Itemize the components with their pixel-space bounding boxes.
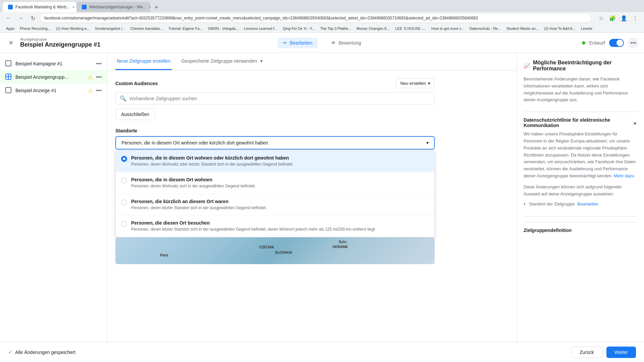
menu-icon[interactable]: ⋮ bbox=[631, 13, 640, 23]
dropdown-option-3[interactable]: Personen, die kürzlich an diesem Ort war… bbox=[116, 194, 434, 216]
adgroup-icon-shape bbox=[5, 74, 11, 80]
status-dot bbox=[582, 41, 585, 45]
dropdown-option-4[interactable]: Personen, die diesen Ort besuchen Person… bbox=[116, 216, 434, 237]
radio-option-3 bbox=[121, 199, 127, 205]
tab-gespeicherte-zielgruppe[interactable]: Gespeicherte Zielgruppe verwenden ▾ bbox=[180, 53, 264, 70]
browser-tab-inactive[interactable]: Werbeanzeigenmanager - We... × bbox=[76, 2, 150, 12]
new-tab-button[interactable]: + bbox=[152, 3, 161, 12]
bookmark-1[interactable]: Phone Recycling... bbox=[18, 26, 53, 31]
campaign-more-icon[interactable]: ••• bbox=[96, 61, 102, 67]
ausschliessen-button[interactable]: Ausschließen bbox=[115, 109, 155, 120]
close-button[interactable]: ✕ bbox=[5, 38, 16, 48]
campaign-icon bbox=[5, 60, 12, 67]
search-input[interactable] bbox=[129, 96, 430, 101]
header-title: Beispiel Anzeigengruppe #1 bbox=[20, 41, 100, 48]
back-button[interactable]: Zurück bbox=[571, 347, 602, 358]
neu-erstellen-button[interactable]: Neu erstellen ▾ bbox=[396, 78, 435, 88]
header-subtitle: Anzeigengruppe bbox=[20, 37, 100, 41]
bookmark-9[interactable]: The Top 3 Platfor... bbox=[318, 26, 353, 31]
bearbeiten-link[interactable]: Bearbeiten bbox=[577, 201, 598, 206]
tab-title: Facebook Marketing & Werb... bbox=[15, 5, 70, 9]
datenschutz-title: Datenschutzrichtlinie für elektronische … bbox=[524, 117, 637, 128]
bewertung-button[interactable]: 👁 Bewertung bbox=[326, 38, 366, 48]
dropdown-arrow-icon: ▾ bbox=[260, 58, 263, 64]
bookmarks-bar: Apps Phone Recycling... (1) How Working … bbox=[0, 24, 644, 33]
bearbeiten-button[interactable]: ✏ Bearbeiten bbox=[278, 38, 318, 48]
bookmark-14[interactable]: Student Wants an... bbox=[504, 26, 541, 31]
bookmark-15[interactable]: (2) How To Add A... bbox=[542, 26, 578, 31]
sidebar-item-campaign[interactable]: Beispiel Kampagne #1 ••• bbox=[0, 57, 107, 70]
tab-close[interactable]: × bbox=[72, 5, 74, 9]
map-label-czechia: CZECHIA bbox=[259, 245, 274, 249]
address-bar[interactable] bbox=[40, 14, 591, 22]
sidebar-item-ad[interactable]: Beispiel Anzeige #1 ⚠ ••• bbox=[0, 84, 107, 97]
dropdown-selected-text: Personen, die in diesem Ort wohnen oder … bbox=[121, 140, 268, 145]
sidebar-item-adgroup[interactable]: Beispiel Anzeigengrupp... ⚠ ••• bbox=[0, 70, 107, 84]
performance-icon: 📈 bbox=[524, 63, 530, 69]
dropdown-option-1[interactable]: Personen, die in diesem Ort wohnen oder … bbox=[116, 150, 434, 172]
radio-option-2 bbox=[121, 178, 127, 184]
option-1-text: Personen, die in diesem Ort wohnen oder … bbox=[131, 155, 293, 167]
bookmark-12[interactable]: How to get more v... bbox=[429, 26, 466, 31]
toggle-knob bbox=[616, 40, 623, 46]
profile-icon[interactable]: 👤 bbox=[619, 13, 629, 23]
bookmark-5[interactable]: Tutorial: Eigene Fa... bbox=[166, 26, 205, 31]
tab-close-2[interactable]: × bbox=[149, 5, 150, 9]
mehr-dazu-link[interactable]: Mehr dazu bbox=[614, 173, 634, 178]
forward-button[interactable]: → bbox=[16, 13, 25, 23]
ad-more-icon[interactable]: ••• bbox=[96, 87, 102, 94]
sidebar-adgroup-label: Beispiel Anzeigengrupp... bbox=[15, 74, 85, 80]
main-content: Beispiel Kampagne #1 ••• Beispiel Anzeig… bbox=[0, 53, 644, 342]
tab-favicon-2 bbox=[82, 5, 87, 9]
toggle-switch[interactable] bbox=[609, 39, 624, 47]
option-3-desc: Personen, deren letzter Standort sich in… bbox=[131, 205, 267, 211]
form-content: Custom Audiences Neu erstellen ▾ 🔍 Aussc… bbox=[107, 70, 443, 272]
adgroup-warning-icon: ⚠ bbox=[88, 74, 93, 80]
adgroup-more-icon[interactable]: ••• bbox=[96, 74, 102, 80]
dropdown-options-list: Personen, die in diesem Ort wohnen oder … bbox=[115, 150, 435, 237]
header-center: ✏ Bearbeiten 👁 Bewertung bbox=[278, 38, 367, 48]
radio-option-4 bbox=[121, 221, 127, 227]
bookmark-apps[interactable]: Apps bbox=[4, 26, 16, 31]
panel-divider bbox=[524, 112, 637, 112]
datenschutz-text2: Diese Änderungen können sich aufgrund fo… bbox=[524, 184, 637, 198]
bookmark-16[interactable]: Leselis bbox=[579, 26, 594, 31]
header-titles: Anzeigengruppe Beispiel Anzeigengruppe #… bbox=[20, 37, 100, 48]
app-container: ✕ Anzeigengruppe Beispiel Anzeigengruppe… bbox=[0, 33, 644, 362]
standorte-label: Standorte bbox=[115, 128, 435, 133]
bookmark-8[interactable]: Qing Fei De Yi - Y... bbox=[281, 26, 317, 31]
zielgruppe-title: Zielgruppendefinition bbox=[524, 228, 637, 233]
bookmark-11[interactable]: LEE 'S HOUSE -... bbox=[393, 26, 428, 31]
dropdown-option-2[interactable]: Personen, die in diesem Ort wohnen Perso… bbox=[116, 172, 434, 194]
browser-tab-active[interactable]: Facebook Marketing & Werb... × bbox=[3, 2, 76, 12]
ad-icon-shape bbox=[5, 87, 11, 93]
back-button[interactable]: ← bbox=[4, 13, 13, 23]
datenschutz-section: Datenschutzrichtlinie für elektronische … bbox=[524, 117, 637, 208]
bookmark-icon[interactable]: ☆ bbox=[596, 13, 606, 23]
bookmark-7[interactable]: Lessons Learned f... bbox=[242, 26, 279, 31]
extensions-icon[interactable]: 🧩 bbox=[608, 13, 617, 23]
standorte-dropdown[interactable]: Personen, die in diesem Ort wohnen oder … bbox=[115, 136, 435, 149]
refresh-button[interactable]: ↻ bbox=[28, 13, 38, 23]
more-options-button[interactable]: ••• bbox=[628, 38, 639, 48]
option-2-title: Personen, die in diesem Ort wohnen bbox=[131, 177, 256, 182]
sidebar-campaign-label: Beispiel Kampagne #1 bbox=[15, 61, 93, 66]
option-4-text: Personen, die diesen Ort besuchen Person… bbox=[131, 220, 376, 232]
bookmark-4[interactable]: Chinese translatio... bbox=[128, 26, 165, 31]
bookmark-13[interactable]: Datenschutz - Re... bbox=[467, 26, 503, 31]
performance-section: 📈 Mögliche Beeinträchtigung der Performa… bbox=[524, 60, 637, 104]
option-1-desc: Personen, deren Wohnsitz oder letzter St… bbox=[131, 162, 293, 167]
bookmark-10[interactable]: Money Changes E... bbox=[355, 26, 392, 31]
tab-neue-zielgruppe[interactable]: Neue Zielgruppe erstellen bbox=[115, 53, 172, 70]
map-label-paris: Paris bbox=[160, 253, 168, 257]
bookmark-2[interactable]: (1) How Working a... bbox=[54, 26, 92, 31]
performance-text: Bevorstehende Änderungen daran, wie Face… bbox=[524, 76, 637, 104]
map-label-kyiv: Kyiv- bbox=[339, 240, 347, 244]
bookmark-6[interactable]: GMSN - Vologda... bbox=[206, 26, 241, 31]
ad-warning-icon: ⚠ bbox=[88, 87, 93, 94]
next-button[interactable]: Weiter bbox=[606, 347, 636, 358]
collapse-button[interactable]: ▲ bbox=[633, 120, 637, 125]
content-area: Neue Zielgruppe erstellen Gespeicherte Z… bbox=[107, 53, 517, 342]
bookmark-3[interactable]: Sonderangebot i... bbox=[93, 26, 127, 31]
bullet-list: Standort der Zielgruppe Bearbeiten bbox=[529, 200, 637, 208]
